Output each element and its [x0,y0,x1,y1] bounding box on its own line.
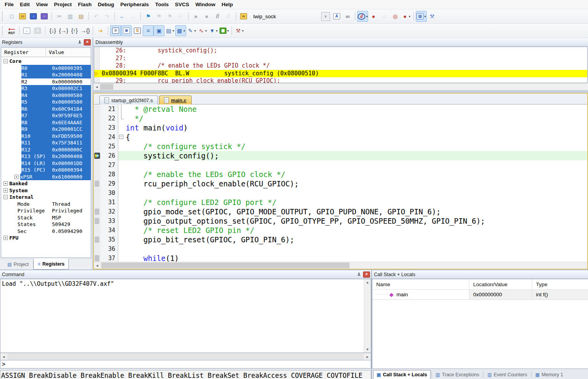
kill-all-breakpoints-icon-dropdown[interactable]: ▾ [409,15,410,18]
breakpoint-margin[interactable] [94,198,100,207]
breakpoint-margin[interactable] [94,244,100,254]
register-row-r1[interactable]: R10x20000408 [1,71,91,78]
toolbox-icon[interactable]: ⚒▾ [234,25,245,36]
menu-item-file[interactable]: File [2,0,17,9]
command-window-icon[interactable]: > [110,25,121,36]
scroll-thumb[interactable] [7,354,364,360]
step-out-button[interactable]: {↑} [69,25,80,36]
window-layout-icon-dropdown[interactable]: ▾ [424,15,426,18]
cut-icon[interactable]: ✂ [54,11,65,22]
menu-item-help[interactable]: Help [218,0,236,9]
menu-item-view[interactable]: View [33,0,51,9]
tab-memory-1[interactable]: ▦Memory 1 [532,370,566,379]
menu-item-flash[interactable]: Flash [75,0,95,9]
register-row-r10[interactable]: R100xFDD59500 [1,133,91,140]
watch-window-icon[interactable]: ▤▾ [164,25,175,36]
tab-project[interactable]: ▤Project [3,259,33,269]
run-to-cursor-button[interactable]: →{} [80,25,91,36]
fold-margin[interactable] [118,179,124,188]
copy-icon[interactable]: ▥ [65,11,76,22]
save-all-icon[interactable]: ▫ [39,11,50,22]
register-row-internal[interactable]: −Internal [1,194,91,201]
fold-margin[interactable] [118,235,124,244]
breakpoint-margin[interactable] [94,188,100,198]
fold-margin[interactable] [118,244,124,254]
navigate-forward-icon[interactable]: → [128,11,138,22]
comment-icon[interactable]: // [212,11,223,22]
scroll-thumb[interactable] [100,84,113,90]
scroll-right-icon[interactable]: ► [364,354,371,360]
command-hscrollbar[interactable]: ◄ ► [0,353,371,360]
tree-expander-icon[interactable]: + [14,175,19,179]
scroll-up-icon[interactable]: ▲ [364,279,371,285]
command-vscrollbar[interactable]: ▲ ▼ [364,279,371,353]
breakpoint-margin[interactable] [94,216,100,226]
register-row-r13-sp[interactable]: R13 (SP)0x20000408 [1,153,91,160]
menu-item-debug[interactable]: Debug [95,0,117,9]
register-row-banked[interactable]: +Banked [1,180,91,187]
tree-expander-icon[interactable]: + [3,236,8,240]
incremental-find-icon[interactable]: ∞ [342,11,353,22]
menu-item-tools[interactable]: Tools [152,0,172,9]
command-prompt-input[interactable]: > [0,360,371,369]
find-combo[interactable]: lwip_sock∨ [250,12,330,21]
scroll-left-icon[interactable]: ◄ [94,263,100,269]
register-row-r4[interactable]: R40x08000580 [1,92,91,99]
column-header-location[interactable]: Location/Value [469,279,532,289]
breakpoint-margin[interactable] [94,226,100,235]
analysis-window-icon-dropdown[interactable]: ▾ [205,29,207,33]
registers-window-icon[interactable]: ≡ [143,25,154,36]
column-header-register[interactable]: Register [1,48,46,57]
breakpoint-margin[interactable] [94,151,100,160]
command-output[interactable]: Load "..\\Output\\GD32F407V.axf" ▲ ▼ [0,279,371,353]
tree-expander-icon[interactable]: + [3,181,8,186]
breakpoint-margin[interactable] [94,142,100,151]
find-dialog-icon[interactable]: A [331,11,342,22]
paste-icon[interactable]: ▤ [76,11,86,22]
breakpoint-margin[interactable] [94,132,100,142]
disassembly-content[interactable]: 26: systick_config(); 27: 28: /* enable … [94,47,588,83]
toolbox-icon-dropdown[interactable]: ▾ [242,29,244,33]
menu-item-edit[interactable]: Edit [17,0,33,9]
scroll-left-icon[interactable]: ◄ [93,84,100,90]
unindent-icon[interactable]: « [201,11,212,22]
editor-hscrollbar[interactable]: ◄ [94,262,587,269]
show-next-statement-icon[interactable]: ➔ [95,25,106,36]
fold-margin[interactable] [118,104,124,114]
prev-bookmark-icon[interactable]: ⚑ [154,11,164,22]
fold-margin[interactable]: − [118,132,124,142]
fold-margin[interactable] [118,114,124,123]
fold-margin[interactable] [118,207,124,216]
redo-icon[interactable]: ↷ [102,11,112,22]
register-row-stack[interactable]: StackMSP [1,214,91,221]
serial-window-icon-dropdown[interactable]: ▾ [194,29,196,33]
breakpoint-margin[interactable] [94,160,100,170]
disable-breakpoint-icon[interactable]: ○ [379,11,390,22]
tree-expander-icon[interactable]: − [3,195,8,199]
pin-icon[interactable] [76,40,83,45]
register-row-r8[interactable]: R80x6EE4AAAE [1,119,91,126]
configure-tools-icon[interactable]: ⚒ [427,11,438,22]
breakpoint-margin[interactable] [94,104,100,114]
tab-registers[interactable]: ≡Registers [33,259,69,269]
register-row-r15-pc[interactable]: R15 (PC)0x08000394 [1,167,91,174]
window-layout-icon[interactable]: ▤▾ [416,11,427,22]
fold-margin[interactable] [118,198,124,207]
fold-margin[interactable] [118,188,124,198]
indent-icon[interactable]: » [190,11,201,22]
breakpoint-margin[interactable] [94,179,100,188]
breakpoint-margin[interactable] [94,123,100,132]
serial-window-icon[interactable]: ✎▾ [186,25,197,36]
fold-margin[interactable] [118,216,124,226]
register-row-r14-lr[interactable]: R14 (LR)0x080001DD [1,160,91,167]
register-row-r2[interactable]: R20x00000000 [1,78,91,85]
tree-expander-icon[interactable]: − [3,59,8,63]
editor-content[interactable]: 21 * @retval None22 */23int main(void)24… [94,104,587,262]
undo-icon[interactable]: ↶ [91,11,102,22]
disassembly-window-icon[interactable]: ⊕ [121,25,132,36]
register-row-r6[interactable]: R60x60C94184 [1,106,91,113]
column-header-type[interactable]: Type [532,279,588,289]
breakpoint-margin[interactable] [94,114,100,123]
menu-item-peripherals[interactable]: Peripherals [117,0,152,9]
open-folder-icon[interactable]: ▭ [17,11,28,22]
